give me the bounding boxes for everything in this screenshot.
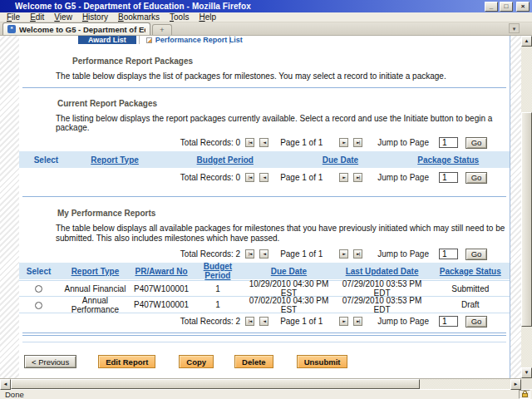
- next-page-button[interactable]: ►: [339, 249, 348, 259]
- go-button[interactable]: Go: [466, 316, 487, 328]
- restore-button[interactable]: □: [500, 2, 513, 12]
- select-cell: [19, 300, 58, 309]
- copy-button[interactable]: Copy: [179, 355, 214, 368]
- tab-label: Performance Report List: [155, 37, 243, 44]
- heading-performance-report-packages: Performance Report Packages: [72, 57, 510, 66]
- close-button[interactable]: ×: [516, 2, 530, 12]
- last-page-button[interactable]: ►|: [353, 138, 362, 147]
- jump-to-page-input[interactable]: [439, 172, 458, 183]
- menu-help[interactable]: Help: [194, 12, 221, 22]
- menu-tools[interactable]: Tools: [165, 12, 194, 22]
- last-updated-cell: 07/29/2010 03:53 PM EDT: [333, 296, 431, 314]
- tab-list-dropdown-button[interactable]: ▾: [509, 23, 520, 33]
- menu-history[interactable]: History: [77, 12, 113, 22]
- previous-page-button[interactable]: ◄: [259, 249, 268, 259]
- previous-page-button[interactable]: ◄: [259, 317, 268, 326]
- column-package-status[interactable]: Package Status: [387, 155, 510, 165]
- go-button[interactable]: Go: [466, 137, 487, 149]
- title-bar: Welcome to G5 - Department of Education …: [0, 0, 532, 12]
- jump-to-page-label: Jump to Page: [377, 173, 429, 182]
- horizontal-scrollbar-thumb[interactable]: [11, 379, 420, 389]
- page-viewport: Award List Performance Report List Perfo…: [0, 36, 532, 378]
- column-due-date[interactable]: Due Date: [244, 267, 332, 276]
- next-page-button[interactable]: ►: [339, 173, 348, 182]
- jump-to-page-input[interactable]: [439, 137, 458, 148]
- first-page-button[interactable]: |◄: [245, 249, 254, 259]
- menu-file[interactable]: File: [2, 12, 25, 22]
- firefox-window: Welcome to G5 - Department of Education …: [0, 0, 532, 399]
- page-indicator: Page 1 of 1: [280, 249, 323, 259]
- column-report-type[interactable]: Report Type: [73, 155, 156, 165]
- menu-view[interactable]: View: [49, 12, 77, 22]
- section-divider: [22, 332, 506, 333]
- scroll-right-button[interactable]: ►: [510, 379, 521, 390]
- go-button[interactable]: Go: [466, 172, 487, 184]
- last-page-button[interactable]: ►|: [353, 173, 362, 182]
- menu-bar: File Edit View History Bookmarks Tools H…: [0, 12, 532, 22]
- scrollbar-corner: [521, 378, 532, 389]
- unsubmit-button[interactable]: Unsubmit: [297, 355, 348, 368]
- column-budget-period[interactable]: Budget Period: [190, 262, 244, 280]
- pagination-bar: Total Records: 2 |◄ ◄ Page 1 of 1 ► ►| J…: [19, 315, 510, 328]
- tab-performance-report-list[interactable]: Performance Report List: [139, 36, 230, 44]
- pagination-bar: Total Records: 0 |◄ ◄ Page 1 of 1 ► ►| J…: [19, 171, 510, 184]
- report-type-cell: Annual Performance: [58, 296, 132, 314]
- first-page-button[interactable]: |◄: [245, 138, 254, 147]
- new-tab-button[interactable]: +: [152, 24, 172, 35]
- package-status-cell: Draft: [431, 300, 510, 309]
- total-records-label: Total Records: 0: [180, 173, 240, 182]
- last-page-button[interactable]: ►|: [353, 249, 362, 259]
- scroll-up-button[interactable]: ▲: [521, 36, 532, 47]
- horizontal-scrollbar[interactable]: ◄ ►: [0, 378, 521, 389]
- page-content: Award List Performance Report List Perfo…: [19, 36, 510, 378]
- heading-current-report-packages: Current Report Packages: [57, 99, 510, 108]
- page-indicator: Page 1 of 1: [280, 317, 323, 326]
- column-pr-award-no[interactable]: PR/Award No: [132, 267, 191, 276]
- my-reports-table-header: Select Report Type PR/Award No Budget Pe…: [19, 263, 510, 279]
- security-lock-icon[interactable]: [519, 390, 530, 399]
- select-radio[interactable]: [35, 285, 42, 293]
- page-background: Award List Performance Report List Perfo…: [0, 36, 521, 378]
- jump-to-page-label: Jump to Page: [377, 249, 429, 259]
- pagination-bar: Total Records: 2 |◄ ◄ Page 1 of 1 ► ►| J…: [19, 248, 510, 260]
- jump-to-page-input[interactable]: [439, 316, 458, 327]
- vertical-scrollbar[interactable]: ▲ ▼: [521, 36, 532, 378]
- section-divider: [22, 196, 506, 197]
- previous-page-button[interactable]: ◄: [259, 173, 268, 182]
- delete-button[interactable]: Delete: [234, 355, 273, 368]
- go-button[interactable]: Go: [466, 249, 487, 260]
- tab-award-list[interactable]: Award List: [78, 36, 136, 44]
- total-records-label: Total Records: 0: [180, 138, 240, 147]
- vertical-scrollbar-thumb[interactable]: [521, 112, 532, 327]
- total-records-label: Total Records: 2: [180, 249, 240, 259]
- firefox-icon: [2, 2, 12, 11]
- column-last-updated-date[interactable]: Last Updated Date: [333, 267, 431, 276]
- minimize-button[interactable]: _: [485, 2, 498, 12]
- menu-bookmarks[interactable]: Bookmarks: [113, 12, 165, 22]
- next-page-button[interactable]: ►: [339, 138, 348, 147]
- budget-period-cell: 1: [190, 300, 244, 309]
- column-report-type[interactable]: Report Type: [58, 267, 132, 276]
- select-radio[interactable]: [35, 302, 42, 309]
- page-tab-bar: Award List Performance Report List: [19, 36, 510, 44]
- first-page-button[interactable]: |◄: [245, 317, 254, 326]
- scroll-left-button[interactable]: ◄: [0, 379, 11, 390]
- previous-button[interactable]: < Previous: [24, 355, 76, 368]
- column-package-status[interactable]: Package Status: [431, 267, 510, 276]
- previous-page-button[interactable]: ◄: [259, 138, 268, 147]
- first-page-button[interactable]: |◄: [245, 173, 254, 182]
- scroll-down-button[interactable]: ▼: [521, 367, 532, 378]
- jump-to-page-input[interactable]: [439, 249, 458, 259]
- browser-tab[interactable]: * Welcome to G5 - Department of Edu...: [2, 22, 150, 35]
- site-favicon-icon: *: [7, 25, 16, 33]
- column-budget-period[interactable]: Budget Period: [156, 155, 293, 165]
- jump-to-page-label: Jump to Page: [377, 138, 429, 147]
- my-reports-description: The table below displays all available p…: [56, 224, 511, 244]
- page-indicator: Page 1 of 1: [280, 138, 323, 147]
- menu-edit[interactable]: Edit: [25, 12, 49, 22]
- column-due-date[interactable]: Due Date: [293, 155, 387, 165]
- next-page-button[interactable]: ►: [339, 317, 348, 326]
- edit-report-button[interactable]: Edit Report: [98, 355, 155, 368]
- current-packages-table-header: Select Report Type Budget Period Due Dat…: [19, 151, 510, 168]
- last-page-button[interactable]: ►|: [353, 317, 362, 326]
